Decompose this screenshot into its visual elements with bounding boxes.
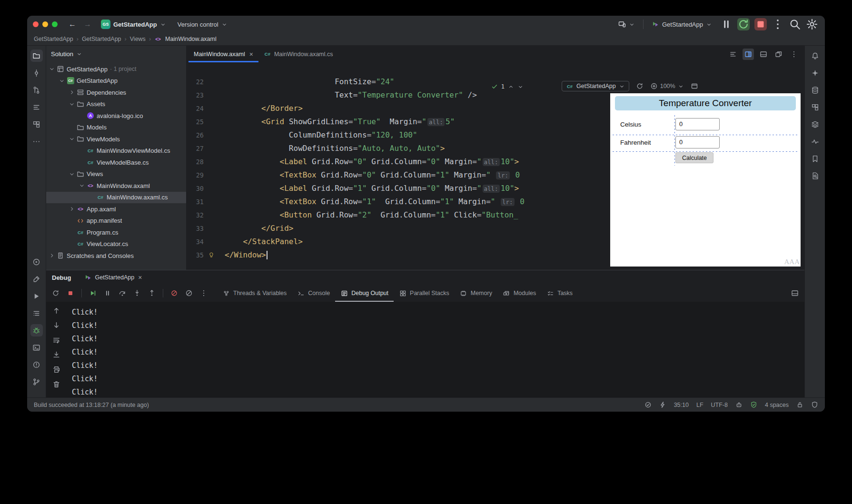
shield-icon[interactable] [811, 401, 818, 408]
celsius-input[interactable]: 0 [675, 118, 720, 130]
code-text[interactable]: </Border> [218, 102, 303, 115]
line-number[interactable]: 22 [187, 75, 204, 89]
code-text[interactable]: ColumnDefinitions="120, 100" [218, 128, 417, 142]
check-circle-icon[interactable] [644, 401, 652, 408]
close-window-button[interactable] [33, 21, 39, 27]
structure-tool-icon[interactable] [30, 101, 43, 113]
pause-program-button[interactable] [720, 18, 733, 30]
tree-item[interactable]: C#Program.cs [46, 227, 186, 238]
caret-position[interactable]: 35:10 [674, 402, 689, 408]
code-text[interactable]: <Label Grid.Row="1" Grid.Column="0" Marg… [218, 182, 519, 195]
debug-session-tab[interactable]: GetStartedApp × [84, 274, 142, 281]
debug-tab[interactable]: Debug Output [335, 285, 394, 302]
line-number[interactable]: 24 [187, 102, 204, 115]
tree-item[interactable]: C#GetStartedApp [46, 75, 186, 87]
git-tool-icon[interactable] [30, 376, 43, 388]
tree-item[interactable]: Aavalonia-logo.ico [46, 110, 186, 122]
dont-suspend-button[interactable] [185, 289, 193, 297]
build-tool-icon[interactable] [30, 273, 43, 285]
layout-bottom-icon[interactable] [758, 49, 769, 60]
endpoints-icon[interactable] [809, 118, 821, 130]
line-number[interactable]: 27 [187, 142, 204, 155]
breadcrumb-item[interactable]: MainWindow.axaml [165, 36, 217, 42]
code-text[interactable]: <Label Grid.Row="0" Grid.Column="0" Marg… [218, 155, 519, 168]
line-number[interactable]: 26 [187, 128, 204, 142]
more-actions-icon[interactable] [772, 18, 784, 30]
refresh-preview-button[interactable] [636, 82, 644, 90]
vcs-widget[interactable]: Version control [174, 20, 231, 30]
project-tool-icon[interactable] [30, 49, 43, 62]
code-text[interactable]: </Window> [218, 248, 267, 262]
build-status-message[interactable]: Build succeeded at 13:18:27 (a minute ag… [34, 402, 149, 408]
code-text[interactable]: <TextBox Grid.Row="1" Grid.Column="1" Ma… [218, 195, 525, 208]
more-options-icon[interactable] [788, 49, 800, 60]
more-debug-actions-button[interactable] [200, 289, 208, 297]
code-text[interactable]: </Grid> [218, 222, 294, 235]
project-selector[interactable]: GS GetStartedApp [98, 18, 169, 30]
chevron-right-icon[interactable] [48, 252, 56, 259]
debug-tab[interactable]: Memory [455, 285, 497, 302]
code-text[interactable]: RowDefinitions="Auto, Auto, Auto"> [218, 142, 445, 155]
tree-item[interactable]: C#ViewLocator.cs [46, 238, 186, 250]
device-selector[interactable] [615, 19, 638, 30]
chevron-down-icon[interactable] [68, 135, 76, 143]
breadcrumb-item[interactable]: GetStartedApp [82, 36, 121, 42]
services-tool-icon[interactable] [30, 256, 43, 268]
line-number[interactable]: 32 [187, 208, 204, 222]
code-text[interactable]: FontSize="24" [218, 75, 394, 89]
lock-icon[interactable] [796, 401, 803, 408]
debug-tab[interactable]: Console [292, 285, 335, 302]
scroll-to-end-button[interactable] [52, 351, 60, 359]
chevron-down-icon[interactable] [68, 100, 76, 108]
documentation-icon[interactable] [809, 169, 821, 182]
breadcrumb-item[interactable]: GetStartedApp [34, 36, 73, 42]
line-number[interactable]: 23 [187, 89, 204, 102]
line-number[interactable]: 31 [187, 195, 204, 208]
structure-view-icon[interactable] [727, 49, 739, 60]
code-text[interactable]: <TextBox Grid.Row="0" Grid.Column="1" Ma… [218, 168, 520, 182]
build-tools-icon[interactable] [809, 101, 821, 113]
more-tool-windows-icon[interactable] [30, 135, 43, 148]
intention-bulb-icon[interactable] [208, 248, 215, 262]
step-over-button[interactable] [119, 289, 126, 297]
bookmarks-icon[interactable] [809, 152, 821, 165]
next-problem-icon[interactable] [517, 84, 524, 90]
debug-tab[interactable]: Parallel Stacks [394, 285, 455, 302]
stop-button[interactable] [67, 289, 74, 297]
code-text[interactable]: Text="Temperature Converter" /> [218, 89, 477, 102]
debug-tab[interactable]: Modules [497, 285, 541, 302]
chevron-down-icon[interactable] [68, 170, 76, 178]
scroll-to-bottom-button[interactable] [52, 321, 60, 329]
solution-panel-header[interactable]: Solution [46, 46, 186, 62]
code-editor[interactable]: 22 FontSize="24"23 Text="Temperature Con… [187, 62, 528, 270]
debug-tab[interactable]: Threads & Variables [217, 285, 292, 302]
tree-item[interactable]: C#MainWindowViewModel.cs [46, 145, 186, 157]
preview-frame-button[interactable] [691, 82, 698, 90]
code-text[interactable]: <Grid ShowGridLines="True" Margin="all:5… [218, 115, 455, 128]
problems-tool-icon[interactable] [30, 358, 43, 371]
console-output[interactable]: Click!Click!Click!Click!Click!Click!Clic… [66, 302, 804, 397]
tree-item[interactable]: Dependencies [46, 87, 186, 99]
minimize-window-button[interactable] [42, 21, 48, 27]
line-number[interactable]: 35 [187, 248, 204, 262]
preview-config-selector[interactable]: C# GetStartedApp [562, 81, 629, 91]
tree-item[interactable]: C#ViewModelBase.cs [46, 157, 186, 168]
step-out-button[interactable] [148, 289, 156, 297]
editor-tab[interactable]: C#MainWindow.axaml.cs [258, 46, 338, 62]
run-tool-icon[interactable] [30, 290, 43, 302]
nuget-tool-icon[interactable] [30, 118, 43, 130]
file-encoding[interactable]: UTF-8 [711, 402, 728, 408]
editor-tab[interactable]: MainWindow.axaml× [188, 46, 258, 62]
power-save-icon[interactable] [659, 401, 666, 408]
rerun-debugger-button[interactable] [52, 289, 59, 297]
forward-button[interactable]: → [82, 20, 93, 29]
fahrenheit-input[interactable]: 0 [675, 136, 720, 148]
scroll-to-top-button[interactable] [52, 306, 60, 315]
tree-item[interactable]: app.manifest [46, 215, 186, 227]
copilot-icon[interactable] [735, 401, 743, 408]
todo-tool-icon[interactable] [30, 307, 43, 319]
line-separator[interactable]: LF [696, 402, 703, 408]
line-number[interactable]: 28 [187, 155, 204, 168]
chevron-right-icon[interactable] [68, 205, 76, 213]
debug-tool-icon[interactable] [30, 324, 43, 336]
